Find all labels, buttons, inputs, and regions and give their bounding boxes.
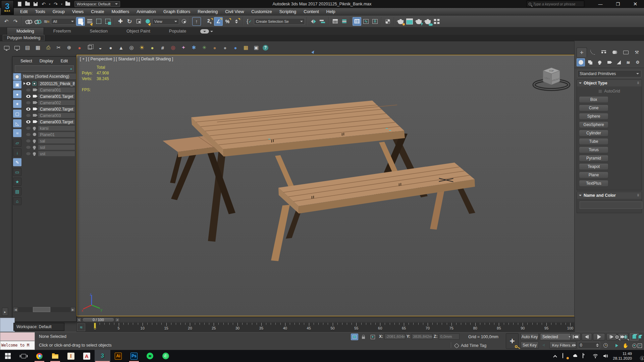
display-tab[interactable] <box>621 48 631 57</box>
workspace-dock-tab[interactable]: Workspace: Default <box>13 323 64 331</box>
maxscript-mini-listener[interactable]: Welcome to M <box>0 341 35 350</box>
onedrive-cloud-icon[interactable] <box>573 353 578 359</box>
spotify-taskbar-icon[interactable]: ≋ <box>142 350 158 362</box>
menu-help[interactable]: Help <box>323 9 339 14</box>
frame-spinner[interactable] <box>596 344 600 347</box>
help-icon[interactable]: ? <box>263 45 268 51</box>
table-grid-icon[interactable]: ▦ <box>34 44 42 52</box>
plane-button[interactable]: Plane <box>579 172 608 178</box>
helper-cross-marker[interactable] <box>439 177 453 183</box>
cylinder-button[interactable]: Cylinder <box>579 130 608 136</box>
y-coordinate-field[interactable]: 3835,842m <box>412 334 432 340</box>
select-display-icon[interactable] <box>3 44 11 52</box>
visibility-eye-icon[interactable] <box>26 101 31 104</box>
set-keys-button[interactable]: + <box>506 333 519 349</box>
torus-button[interactable]: Torus <box>579 146 608 153</box>
name-and-color-header[interactable]: Name and Color ⠿ <box>577 192 642 199</box>
list-item-camera[interactable]: Camera002 <box>22 100 75 106</box>
autogrid-checkbox[interactable]: AutoGrid <box>577 86 642 95</box>
geosphere-button[interactable]: GeoSphere <box>579 121 608 128</box>
spacewarps-category-icon[interactable]: ≋ <box>624 58 632 66</box>
ribbon-toggle-button[interactable] <box>353 17 361 26</box>
search-input[interactable] <box>533 2 582 6</box>
edit-named-selection-sets-button[interactable]: {✓ <box>245 17 254 26</box>
list-item-light[interactable]: sol <box>22 144 75 150</box>
cone-button[interactable]: Cone <box>579 105 608 111</box>
track-ruler[interactable]: 5101520253035404550556065707580859095100 <box>76 323 575 331</box>
menu-create[interactable]: Create <box>88 9 107 14</box>
key-mode-dropdown[interactable]: Selected <box>540 333 574 340</box>
box-primitive-icon[interactable] <box>86 44 94 52</box>
rollout-grip-icon[interactable]: ⠿ <box>637 81 640 85</box>
teapot-button[interactable]: Teapot <box>579 163 608 170</box>
systems-category-icon[interactable]: ❂ <box>634 58 642 66</box>
taskbar-clock[interactable]: 11:49 28.11.2020 <box>613 351 632 361</box>
explorer-column-header[interactable]: Name (Sorted Ascending) <box>12 73 76 80</box>
list-item-camera[interactable]: Camera001 <box>22 87 75 93</box>
tube-button[interactable]: Tube <box>579 138 608 145</box>
pan-hand-icon[interactable]: ✋ <box>621 342 630 349</box>
visibility-eye-icon[interactable] <box>26 133 31 136</box>
cone-primitive-icon[interactable]: ▲ <box>117 44 125 52</box>
select-and-manipulate-button[interactable]: ↑ <box>192 17 201 26</box>
wifi-icon[interactable] <box>593 353 598 359</box>
snaps-toggle-button[interactable]: 25 <box>205 17 214 26</box>
scroll-right-icon[interactable]: ▶ <box>70 307 75 312</box>
primitive-category-dropdown[interactable]: Standard Primitives <box>577 70 641 77</box>
visibility-eye-icon[interactable] <box>26 95 31 98</box>
curve-editor-button[interactable]: ∿ <box>362 17 370 26</box>
mirror-button[interactable] <box>309 17 318 26</box>
create-tab[interactable]: + <box>577 48 587 57</box>
dome-primitive-icon[interactable]: ◒ <box>96 44 104 52</box>
picnic-table-model[interactable] <box>77 55 574 316</box>
visibility-eye-icon[interactable] <box>26 114 31 117</box>
maximize-button[interactable]: ❐ <box>609 0 627 8</box>
open-file-icon[interactable] <box>24 1 31 7</box>
chevron-expand-icon[interactable]: » <box>70 67 72 71</box>
redo-icon[interactable]: ↷ <box>52 1 59 7</box>
visibility-eye-icon[interactable] <box>26 88 31 92</box>
previous-frame-button[interactable] <box>582 333 592 341</box>
ribbon-tab-freeform[interactable]: Freeform <box>44 27 80 35</box>
visibility-eye-icon[interactable] <box>26 152 31 155</box>
sphere-primitive-icon[interactable]: ● <box>107 44 115 52</box>
field-of-view-icon[interactable] <box>612 342 621 349</box>
list-item-light[interactable]: ust <box>22 150 75 157</box>
battery-icon[interactable] <box>583 353 588 359</box>
search-box[interactable] <box>527 1 584 7</box>
list-item-camera[interactable]: Camera003 <box>22 112 75 118</box>
set-key-button[interactable]: Set Key <box>521 342 539 349</box>
window-crossing-toggle[interactable] <box>103 17 112 26</box>
modify-tab[interactable] <box>588 48 598 57</box>
pyramid-button[interactable]: Pyramid <box>579 155 608 162</box>
polygon-modeling-panel[interactable]: Polygon Modeling <box>3 35 45 41</box>
zoom-extents-all-icon[interactable] <box>636 333 643 341</box>
render-setup-button[interactable] <box>396 17 405 26</box>
whatsapp-taskbar-icon[interactable]: ✆ <box>158 350 173 362</box>
scissors-icon[interactable]: ✂ <box>55 44 63 52</box>
foliage-icon[interactable]: ✳ <box>200 44 208 52</box>
select-object-button[interactable] <box>76 17 85 26</box>
explorer-menu-display[interactable]: Display <box>40 59 53 63</box>
redo-button[interactable]: ↷ <box>11 17 20 26</box>
menu-scripting[interactable]: Scripting <box>276 9 300 14</box>
go-to-start-button[interactable] <box>570 333 581 341</box>
task-view-button[interactable] <box>16 350 32 362</box>
visibility-eye-icon[interactable] <box>26 139 31 142</box>
3dsmax-taskbar-icon[interactable]: 3 <box>95 350 110 362</box>
menu-views[interactable]: Views <box>69 9 87 14</box>
list-item-light[interactable]: karsi <box>22 125 75 131</box>
spinner-snap-toggle[interactable] <box>232 17 241 26</box>
ribbon-tab-object-paint[interactable]: Object Paint <box>117 27 160 35</box>
creature-icon[interactable]: ● <box>211 44 219 52</box>
start-button[interactable] <box>0 350 16 362</box>
slate-icon[interactable]: ▣ <box>252 44 260 52</box>
time-configuration-icon[interactable] <box>602 342 609 349</box>
visibility-eye-icon[interactable] <box>26 146 31 149</box>
blob-icon[interactable]: ● <box>221 44 229 52</box>
sun-light-icon[interactable]: ☀ <box>138 44 146 52</box>
compass-icon[interactable]: ✦ <box>179 44 187 52</box>
menu-civil-view[interactable]: Civil View <box>222 9 247 14</box>
volume-icon[interactable] <box>603 353 608 359</box>
notification-center-icon[interactable]: 1 <box>637 353 642 359</box>
